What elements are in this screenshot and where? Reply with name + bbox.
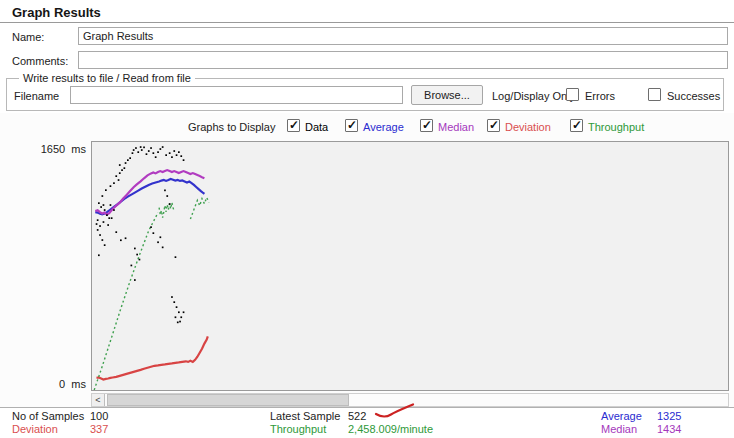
deviation-stat-value: 337 (90, 423, 108, 435)
data-checkbox-label: Data (305, 121, 328, 133)
no-of-samples-label: No of Samples (12, 410, 84, 422)
graph-results-window: Graph Results Name: Comments: Write resu… (0, 0, 734, 438)
average-checkbox-label: Average (363, 121, 404, 133)
median-stat-label: Median (601, 423, 637, 435)
write-results-legend: Write results to file / Read from file (19, 72, 195, 84)
average-stat-value: 1325 (657, 410, 681, 422)
red-squiggle-annotation (374, 401, 416, 420)
data-checkbox[interactable] (287, 119, 300, 132)
errors-label: Errors (585, 90, 615, 102)
latest-sample-label: Latest Sample (270, 410, 340, 422)
y-axis-min-label: 0 ms (0, 378, 86, 390)
throughput-stat-value: 2,458.009/minute (348, 423, 433, 435)
median-checkbox-label: Median (438, 121, 474, 133)
successes-label: Successes (667, 90, 720, 102)
y-axis-max-label: 1650 ms (0, 143, 86, 155)
throughput-checkbox[interactable] (570, 119, 583, 132)
graph-panel: Graphs to Display Data Average Median De… (0, 113, 734, 408)
scrollbar-thumb[interactable] (107, 394, 349, 406)
no-of-samples-value: 100 (90, 410, 108, 422)
stats-footer: No of Samples 100 Deviation 337 Latest S… (0, 409, 734, 438)
name-label: Name: (12, 31, 44, 43)
header: Graph Results (0, 0, 734, 23)
deviation-stat-label: Deviation (12, 423, 58, 435)
deviation-checkbox[interactable] (487, 119, 500, 132)
page-title: Graph Results (12, 5, 101, 20)
results-chart (92, 142, 728, 390)
graphs-to-display-label: Graphs to Display (188, 121, 275, 133)
throughput-stat-label: Throughput (270, 423, 326, 435)
comments-input[interactable] (78, 51, 728, 69)
chart-plot-area (91, 141, 729, 391)
errors-checkbox[interactable] (566, 88, 579, 101)
scroll-left-button[interactable]: < (92, 394, 105, 406)
deviation-checkbox-label: Deviation (505, 121, 551, 133)
average-stat-label: Average (601, 410, 642, 422)
latest-sample-value: 522 (348, 410, 366, 422)
name-input[interactable] (78, 27, 728, 45)
throughput-checkbox-label: Throughput (588, 121, 644, 133)
median-stat-value: 1434 (657, 423, 681, 435)
successes-checkbox[interactable] (648, 88, 661, 101)
browse-button[interactable]: Browse... (411, 85, 483, 105)
filename-input[interactable] (70, 86, 403, 104)
comments-label: Comments: (12, 55, 68, 67)
average-checkbox[interactable] (345, 119, 358, 132)
filename-label: Filename (14, 90, 59, 102)
median-checkbox[interactable] (420, 119, 433, 132)
